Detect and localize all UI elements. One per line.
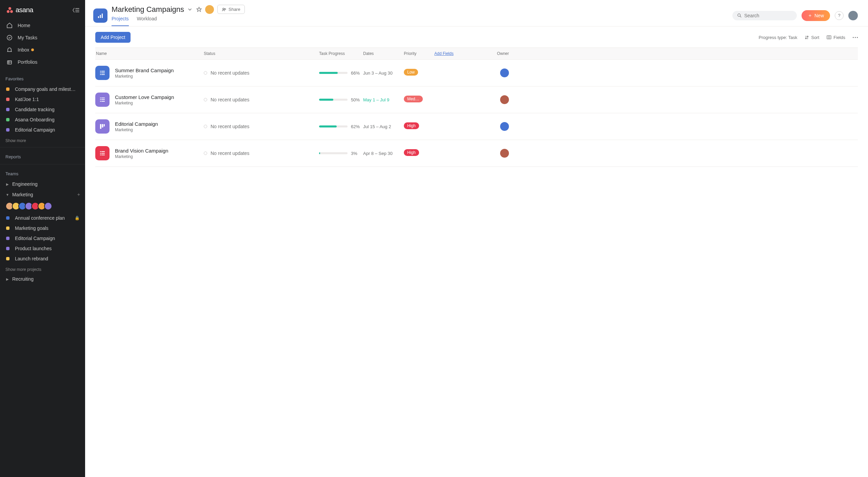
svg-rect-37 bbox=[100, 153, 101, 154]
sidebar-project-item[interactable]: Annual conference plan🔒 bbox=[0, 213, 85, 223]
svg-rect-39 bbox=[100, 155, 101, 155]
project-team: Marketing bbox=[115, 127, 158, 132]
svg-rect-22 bbox=[100, 73, 101, 73]
project-dates[interactable]: Apr 8 – Sep 30 bbox=[363, 151, 404, 156]
sidebar-project-item[interactable]: Launch rebrand bbox=[0, 254, 85, 264]
add-project-button[interactable]: Add Project bbox=[95, 32, 131, 43]
owner-avatar[interactable] bbox=[500, 68, 509, 77]
team-recruiting[interactable]: ▶ Recruiting bbox=[0, 274, 85, 284]
team-engineering[interactable]: ▶ Engineering bbox=[0, 179, 85, 189]
show-more-favorites[interactable]: Show more bbox=[0, 136, 85, 145]
progress-percent: 66% bbox=[351, 71, 360, 76]
project-color-dot bbox=[6, 118, 9, 121]
show-more-projects[interactable]: Show more projects bbox=[0, 265, 85, 274]
svg-rect-40 bbox=[101, 155, 105, 155]
favorite-item[interactable]: Kat/Joe 1:1 bbox=[0, 94, 85, 104]
hamburger-collapse-icon bbox=[72, 7, 80, 13]
priority-badge[interactable]: Low bbox=[404, 69, 418, 76]
svg-rect-29 bbox=[101, 99, 105, 100]
project-dates[interactable]: May 1 – Jul 9 bbox=[363, 97, 404, 102]
col-priority[interactable]: Priority bbox=[404, 48, 434, 59]
owner-avatar[interactable] bbox=[500, 149, 509, 158]
status-dot-icon bbox=[204, 152, 207, 155]
main: Marketing Campaigns Share Projects Workl… bbox=[85, 0, 868, 477]
project-dates[interactable]: Jun 3 – Aug 30 bbox=[363, 71, 404, 76]
svg-rect-17 bbox=[827, 36, 831, 39]
search-input[interactable] bbox=[744, 13, 792, 18]
sidebar-toggle[interactable] bbox=[72, 7, 80, 13]
svg-rect-20 bbox=[100, 71, 101, 72]
col-dates[interactable]: Dates bbox=[363, 48, 404, 59]
help-button[interactable]: ? bbox=[835, 11, 844, 20]
team-marketing[interactable]: ▼ Marketing ＋ bbox=[0, 189, 85, 200]
table-row[interactable]: Brand Vision Campaign Marketing No recen… bbox=[95, 140, 858, 167]
project-status[interactable]: No recent updates bbox=[204, 151, 319, 156]
tab-projects[interactable]: Projects bbox=[112, 16, 129, 26]
svg-point-2 bbox=[10, 10, 13, 13]
chevron-down-icon[interactable] bbox=[188, 7, 192, 12]
favorite-item[interactable]: Candidate tracking bbox=[0, 104, 85, 115]
add-fields-link[interactable]: Add Fields bbox=[434, 51, 454, 56]
priority-badge[interactable]: High bbox=[404, 149, 419, 156]
owner-avatar[interactable] bbox=[500, 122, 509, 131]
user-avatar[interactable] bbox=[848, 11, 858, 20]
more-menu[interactable] bbox=[853, 37, 858, 38]
project-status[interactable]: No recent updates bbox=[204, 97, 319, 102]
sidebar-project-item[interactable]: Editorial Campaign bbox=[0, 233, 85, 243]
share-label: Share bbox=[229, 7, 240, 12]
nav-inbox-label: Inbox bbox=[18, 47, 29, 53]
sidebar-project-item[interactable]: Marketing goals bbox=[0, 223, 85, 233]
project-status[interactable]: No recent updates bbox=[204, 124, 319, 129]
favorite-item[interactable]: Company goals and milest… bbox=[0, 84, 85, 94]
favorite-item[interactable]: Asana Onboarding bbox=[0, 115, 85, 125]
table-row[interactable]: Customer Love Campaign Marketing No rece… bbox=[95, 86, 858, 113]
favorite-label: Kat/Joe 1:1 bbox=[15, 97, 39, 102]
favorite-item[interactable]: Editorial Campaign bbox=[0, 125, 85, 135]
owner-avatar[interactable] bbox=[500, 95, 509, 104]
status-text: No recent updates bbox=[211, 151, 249, 156]
nav-portfolios[interactable]: Portfolios bbox=[0, 56, 85, 68]
logo[interactable]: asana bbox=[6, 6, 33, 14]
task-progress: 66% bbox=[319, 71, 363, 76]
new-button[interactable]: ＋ New bbox=[802, 10, 830, 21]
fields-label: Fields bbox=[833, 35, 845, 40]
sort-button[interactable]: Sort bbox=[805, 35, 819, 40]
col-task-progress[interactable]: Task Progress bbox=[319, 48, 363, 59]
add-to-team-icon[interactable]: ＋ bbox=[76, 192, 81, 198]
bell-icon bbox=[6, 46, 13, 53]
table-row[interactable]: Editorial Campaign Marketing No recent u… bbox=[95, 113, 858, 140]
search-box[interactable] bbox=[732, 11, 797, 20]
project-color-dot bbox=[6, 87, 9, 91]
progress-bar bbox=[319, 72, 348, 74]
task-progress: 62% bbox=[319, 124, 363, 129]
col-name[interactable]: Name bbox=[95, 48, 204, 59]
star-icon[interactable] bbox=[196, 7, 202, 12]
svg-rect-7 bbox=[7, 61, 12, 64]
sidebar-project-item[interactable]: Product launches bbox=[0, 243, 85, 254]
project-dates[interactable]: Jul 15 – Aug 2 bbox=[363, 124, 404, 129]
col-status[interactable]: Status bbox=[204, 48, 319, 59]
nav-my-tasks-label: My Tasks bbox=[18, 35, 37, 40]
nav-inbox[interactable]: Inbox bbox=[0, 44, 85, 56]
sidebar-project-label: Product launches bbox=[15, 246, 52, 251]
project-status[interactable]: No recent updates bbox=[204, 70, 319, 76]
nav-home[interactable]: Home bbox=[0, 19, 85, 32]
svg-rect-27 bbox=[101, 98, 105, 98]
progress-type-label[interactable]: Progress type: Task bbox=[759, 35, 797, 40]
project-icon bbox=[95, 119, 110, 134]
team-member-avatar[interactable] bbox=[44, 202, 52, 210]
priority-badge[interactable]: Medium bbox=[404, 96, 423, 102]
sidebar: asana Home My Tasks bbox=[0, 0, 85, 477]
col-owner[interactable]: Owner bbox=[489, 48, 509, 59]
priority-badge[interactable]: High bbox=[404, 122, 419, 129]
fields-button[interactable]: Fields bbox=[827, 35, 845, 40]
tab-workload[interactable]: Workload bbox=[137, 16, 157, 26]
nav-list: Home My Tasks Inbox Portfolios bbox=[0, 17, 85, 72]
nav-my-tasks[interactable]: My Tasks bbox=[0, 32, 85, 44]
share-button[interactable]: Share bbox=[217, 5, 245, 14]
collaborator-avatar[interactable] bbox=[205, 5, 214, 14]
table-row[interactable]: Summer Brand Campaign Marketing No recen… bbox=[95, 60, 858, 86]
reports-section-label[interactable]: Reports bbox=[0, 150, 85, 162]
search-icon bbox=[737, 13, 742, 18]
sidebar-project-label: Editorial Campaign bbox=[15, 236, 55, 241]
